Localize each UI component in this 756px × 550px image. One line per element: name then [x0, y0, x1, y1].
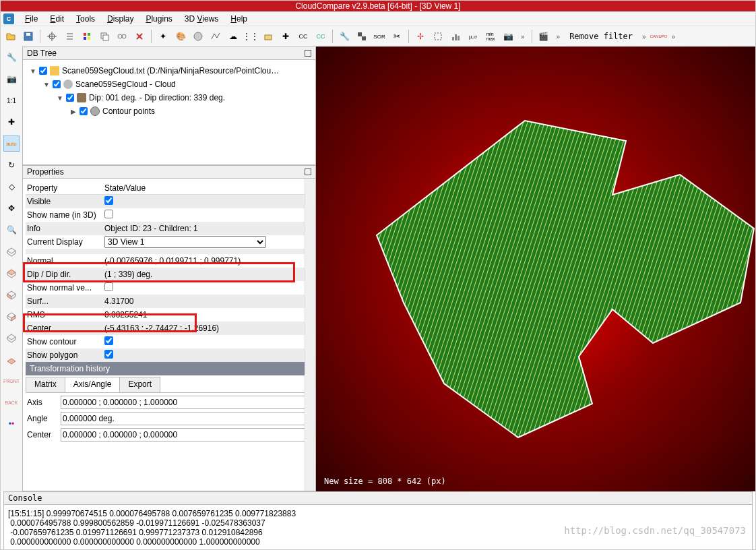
movie-icon[interactable]: 🎬	[536, 29, 551, 44]
svg-rect-23	[452, 37, 454, 40]
tab-export[interactable]: Export	[119, 377, 160, 392]
flickr-icon[interactable]: ••	[3, 416, 20, 432]
prop-normal-value: (-0.00765976 ; 0.0199711 ; 0.999771)	[103, 256, 313, 266]
tree-row-root[interactable]: ▼ Scane059SegCloud.txt (D:/Ninja/NinjaRe…	[27, 64, 311, 78]
dock-icon[interactable]	[305, 50, 311, 57]
box-back-icon[interactable]	[3, 330, 20, 346]
tab-matrix[interactable]: Matrix	[26, 377, 65, 392]
merge-icon[interactable]	[115, 29, 129, 44]
mesh-icon[interactable]	[208, 29, 223, 44]
3d-viewport[interactable]: New size = 808 * 642 (px)	[316, 47, 755, 491]
camera-setup-icon[interactable]: 📷	[501, 29, 515, 44]
tree-checkbox[interactable]	[39, 67, 47, 75]
sphere-icon[interactable]	[191, 29, 206, 44]
svg-rect-22	[435, 33, 441, 40]
diamond-icon[interactable]: ◇	[3, 179, 20, 195]
prop-showcontour-checkbox[interactable]	[104, 336, 113, 345]
tree-row-dip[interactable]: ▼ Dip: 001 deg. - Dip direction: 339 deg…	[27, 91, 311, 104]
watermark: http://blog.csdn.net/qq_30547073	[564, 525, 746, 536]
cross-icon[interactable]: ✚	[278, 29, 293, 44]
rotate-icon[interactable]: ↻	[3, 157, 20, 173]
expand-arrow-icon[interactable]: ▶	[70, 108, 77, 115]
menu-edit[interactable]: Edit	[44, 13, 69, 25]
histogram-icon[interactable]	[448, 29, 463, 44]
register-icon[interactable]: CC	[296, 29, 311, 44]
auto-icon[interactable]: auto	[3, 135, 20, 152]
box-front-icon[interactable]	[3, 265, 20, 281]
expand-arrow-icon[interactable]: ▼	[43, 81, 50, 88]
snapshot-icon[interactable]: 📷	[3, 71, 20, 87]
box-left-icon[interactable]	[3, 286, 20, 303]
cloud-icon[interactable]: ☁	[226, 29, 241, 44]
prop-currdisp-select[interactable]: 3D View 1	[104, 236, 266, 248]
tcenter-label: Center	[27, 430, 61, 439]
menu-plugins[interactable]: Plugins	[140, 13, 177, 25]
tree-checkbox[interactable]	[80, 107, 88, 115]
sample-icon[interactable]: ⋮⋮	[243, 29, 258, 44]
dock-icon[interactable]	[305, 169, 311, 175]
stats-icon[interactable]: μ,σ	[466, 29, 480, 44]
delete-icon[interactable]	[132, 29, 147, 44]
view-front-label-icon[interactable]: FRONT	[3, 373, 20, 389]
console-panel-header[interactable]: Console	[3, 491, 753, 505]
menu-3dviews[interactable]: 3D Views	[179, 13, 224, 25]
prop-showname-checkbox[interactable]	[104, 210, 113, 218]
open-icon[interactable]	[3, 29, 18, 44]
angle-input[interactable]	[61, 412, 311, 425]
menu-display[interactable]: Display	[102, 13, 139, 25]
tree-row-contour[interactable]: ▶ Contour points	[27, 104, 311, 118]
prop-shownv-checkbox[interactable]	[104, 282, 113, 291]
segment-icon[interactable]	[431, 29, 445, 44]
box-top-icon[interactable]	[3, 243, 20, 259]
zoom11-icon[interactable]: 1:1	[3, 92, 20, 109]
probe-icon[interactable]: 🔧	[3, 49, 20, 65]
toolbar-more3-icon[interactable]: »	[639, 33, 649, 40]
svg-rect-10	[84, 37, 86, 40]
sor-icon[interactable]: SOR	[372, 29, 387, 44]
canupo-icon[interactable]: CANUPO	[652, 29, 666, 44]
view-back-label-icon[interactable]: BACK	[3, 394, 20, 410]
toolbar-more2-icon[interactable]: »	[554, 33, 563, 40]
expand-arrow-icon[interactable]: ▼	[30, 67, 36, 75]
wrench-icon[interactable]: 🔧	[337, 29, 352, 44]
pan-icon[interactable]: ✥	[3, 200, 20, 216]
prop-visible-checkbox[interactable]	[104, 196, 113, 205]
palette-icon[interactable]: 🎨	[173, 29, 188, 44]
zoom-icon[interactable]: 🔍	[3, 222, 20, 238]
clone-icon[interactable]	[97, 29, 112, 44]
primitive-icon[interactable]	[261, 29, 276, 44]
crosshair-icon[interactable]: ✚	[3, 114, 20, 130]
tree-checkbox[interactable]	[53, 80, 61, 88]
toolbar-more-icon[interactable]: »	[518, 33, 528, 40]
menu-file[interactable]: File	[20, 13, 43, 25]
prop-showpoly-checkbox[interactable]	[104, 350, 113, 359]
colorize-icon[interactable]	[80, 29, 94, 44]
remove-filter-button[interactable]: Remove filter	[565, 32, 637, 41]
svg-rect-19	[265, 35, 272, 40]
tcenter-input[interactable]	[61, 428, 311, 441]
toolbar-more4-icon[interactable]: »	[669, 33, 679, 40]
expand-arrow-icon[interactable]: ▼	[57, 94, 63, 102]
properties-scrollbar[interactable]	[305, 179, 315, 491]
axis-input[interactable]	[61, 396, 311, 409]
tab-axisangle[interactable]: Axis/Angle	[65, 377, 121, 392]
properties-panel-header[interactable]: Properties	[22, 165, 316, 179]
svg-rect-13	[103, 35, 108, 40]
checker-icon[interactable]	[354, 29, 369, 44]
svg-rect-11	[88, 37, 90, 40]
box-right-icon[interactable]	[3, 308, 20, 324]
scissors-icon[interactable]: ✂	[389, 29, 404, 44]
dbtree-panel-header[interactable]: DB Tree	[22, 47, 316, 60]
tree-row-cloud[interactable]: ▼ Scane059SegCloud - Cloud	[27, 78, 311, 91]
pointpick-icon[interactable]: ✦	[156, 29, 170, 44]
save-icon[interactable]	[21, 29, 36, 44]
menu-help[interactable]: Help	[225, 13, 253, 25]
pick-icon[interactable]	[44, 29, 59, 44]
menu-tools[interactable]: Tools	[71, 13, 100, 25]
tree-checkbox[interactable]	[66, 94, 74, 102]
minmax-icon[interactable]: minmax	[483, 29, 498, 44]
box-bottom-icon[interactable]	[3, 351, 20, 367]
align-icon[interactable]: CC	[313, 29, 328, 44]
move-icon[interactable]: ✢	[413, 29, 428, 44]
list-icon[interactable]	[62, 29, 77, 44]
